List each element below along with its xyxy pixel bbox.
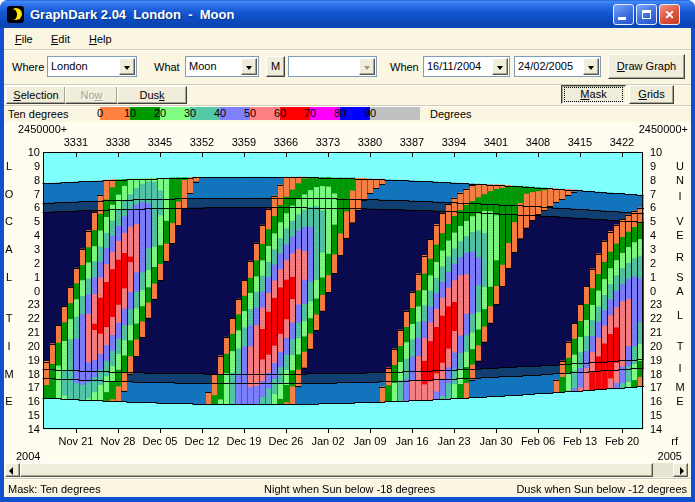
universal-time-axis-letter: V [674,215,686,227]
universal-time-axis-letter: I [674,362,686,374]
local-time-axis-letter: C [3,215,15,227]
hour-tick-label-left: 10 [14,146,40,158]
scroll-left-button[interactable] [5,463,20,477]
universal-time-axis-letter: M [674,381,686,393]
hour-tick-label-right: 10 [650,146,672,158]
maximize-button[interactable] [636,4,657,25]
julian-tick-label: 3359 [222,136,266,148]
moon-app-icon [7,6,24,23]
status-mask: Mask: Ten degrees [8,483,101,495]
hour-tick-label-right: 14 [650,423,672,435]
hour-tick-label-left: 1 [14,271,40,283]
hour-tick-label-right: 18 [650,368,672,380]
julian-tick-label: 3415 [558,136,602,148]
hour-tick-label-right: 20 [650,340,672,352]
mask-button[interactable]: Mask [561,85,626,104]
date-to-dropdown-arrow-icon[interactable] [583,58,599,75]
moon-altitude-plot [0,122,695,463]
universal-time-axis-letter: A [674,285,686,297]
date-from-select[interactable]: 16/11/2004 [423,56,510,77]
status-night: Night when Sun below -18 degrees [264,483,435,495]
legend-stop-label: 50 [240,107,260,120]
hour-tick-label-right: 21 [650,326,672,338]
date-tick-label: Feb 13 [558,435,602,447]
date-tick-label: Jan 09 [348,435,392,447]
what-select[interactable]: Moon [185,56,259,77]
universal-time-axis-letter: L [674,309,686,321]
now-button: Now [65,86,118,104]
legend-stop-label: 10 [120,107,140,120]
hour-tick-label-right: 8 [650,174,672,186]
where-dropdown-arrow-icon[interactable] [119,58,135,75]
horizontal-scrollbar[interactable] [5,463,688,477]
altitude-color-scale: 0102030405060708090 [100,107,420,120]
date-tick-label: Feb 20 [600,435,644,447]
hour-tick-label-left: 19 [14,354,40,366]
dusk-button[interactable]: Dusk [117,86,187,104]
year-label-right: 2005 [632,450,682,462]
hour-tick-label-left: 7 [14,188,40,200]
what-value: Moon [189,60,240,72]
title-bar: GraphDark 2.04 London - Moon ✕ [0,0,695,28]
what-dropdown-arrow-icon[interactable] [241,58,257,75]
julian-tick-label: 3345 [138,136,182,148]
universal-time-axis-letter: R [674,251,686,263]
local-time-axis-letter: M [3,368,15,380]
hour-tick-label-right: 22 [650,312,672,324]
menu-edit[interactable]: Edit [44,32,77,48]
when-label: When [390,61,419,73]
hour-tick-label-right: 19 [650,354,672,366]
hour-tick-label-left: 17 [14,381,40,393]
local-time-axis-letter: A [3,243,15,255]
julian-tick-label: 3366 [264,136,308,148]
date-from-dropdown-arrow-icon[interactable] [492,58,508,75]
hour-tick-label-right: 23 [650,298,672,310]
universal-time-axis-letter: S [674,271,686,283]
hour-tick-label-right: 2 [650,257,672,269]
menu-help[interactable]: Help [82,32,119,48]
where-value: London [51,60,118,72]
universal-time-axis-letter: U [674,160,686,172]
date-tick-label: Jan 16 [390,435,434,447]
scrollbar-thumb[interactable] [20,463,653,477]
close-button[interactable]: ✕ [659,4,680,25]
legend-unit-label: Degrees [430,108,472,120]
universal-time-axis-letter: T [674,340,686,352]
where-select[interactable]: London [47,56,137,77]
scroll-left-arrow-icon [9,467,13,475]
draw-graph-button[interactable]: Draw Graph [608,54,685,79]
date-tick-label: Feb 06 [516,435,560,447]
selection-button[interactable]: Selection [6,86,66,104]
what-label: What [154,61,180,73]
scroll-right-button[interactable] [673,463,688,477]
chart-area: 2450000+2450000+3331Nov 213338Nov 283345… [0,122,695,463]
legend-stop-label: 60 [270,107,290,120]
julian-tick-label: 3387 [390,136,434,148]
date-from-value: 16/11/2004 [427,60,491,72]
scroll-right-arrow-icon [680,467,684,475]
close-icon: ✕ [660,7,679,23]
legend-stop-label: 80 [330,107,350,120]
date-to-value: 24/02/2005 [518,60,582,72]
hour-tick-label-left: 15 [14,409,40,421]
universal-time-axis-letter: E [674,229,686,241]
julian-prefix-left: 2450000+ [18,123,67,135]
minimize-button[interactable] [613,4,634,25]
local-time-axis-letter: E [3,395,15,407]
mask-focus-rect [565,88,622,101]
date-to-select[interactable]: 24/02/2005 [514,56,601,77]
date-tick-label: Jan 02 [306,435,350,447]
julian-tick-label: 3422 [600,136,644,148]
legend-stop-label: 90 [360,107,380,120]
m-button[interactable]: M [266,56,285,77]
menu-file[interactable]: File [8,32,40,48]
legend-stop-label: 40 [210,107,230,120]
year-label-left: 2004 [16,450,40,462]
date-tick-label: Dec 12 [180,435,224,447]
grids-button[interactable]: Grids [629,85,674,104]
legend-stop-label: 70 [300,107,320,120]
hour-tick-label-left: 18 [14,368,40,380]
hour-tick-label-left: 0 [14,285,40,297]
local-time-axis-letter: O [3,188,15,200]
hour-tick-label-right: 17 [650,381,672,393]
